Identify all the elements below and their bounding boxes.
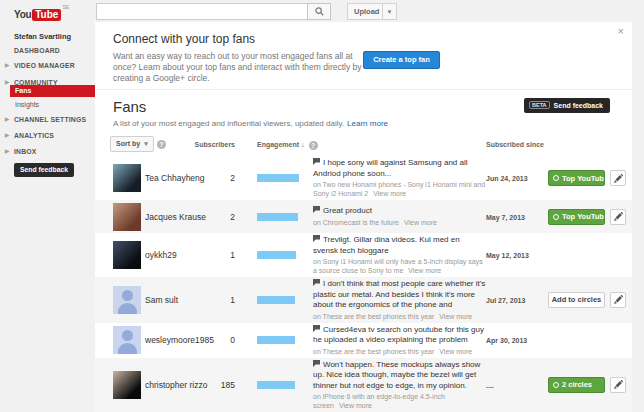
table-row: christopher rizzo 185 Won't happen. Thes… xyxy=(95,358,632,412)
beta-send-feedback-button[interactable]: BETA Send feedback xyxy=(524,98,610,113)
avatar[interactable] xyxy=(113,164,141,192)
subscribed-since-date: Jul 27, 2013 xyxy=(486,296,538,303)
circle-action-button[interactable]: 2 circles xyxy=(548,377,605,393)
chevron-down-icon xyxy=(140,140,148,147)
page: YouTubeSE Upload Stefan Svartling DASHBO… xyxy=(0,0,644,412)
search-icon xyxy=(315,7,324,16)
fan-comment: I don't think that most people care whet… xyxy=(313,279,486,321)
sidebar-item-fans-active[interactable]: Fans xyxy=(10,85,95,97)
create-top-fan-circle-button[interactable]: Create a top fan circle xyxy=(363,51,440,69)
column-subscribers: Subscribers xyxy=(190,141,235,148)
engagement-bar xyxy=(257,174,299,182)
subscriber-count: 1 xyxy=(213,250,235,260)
comment-text: Won't happen. These mockups always show … xyxy=(313,360,480,390)
comment-text: I don't think that most people care whet… xyxy=(313,279,485,309)
table-row: Jacques Krause 2 Great product on Chrome… xyxy=(95,200,632,233)
subscribed-since-date: May 7, 2013 xyxy=(486,213,538,220)
circle-icon xyxy=(553,214,559,220)
banner-body: Want an easy way to reach out to your mo… xyxy=(113,51,371,84)
sidebar-item-channel-settings[interactable]: CHANNEL SETTINGS xyxy=(14,116,86,123)
sort-by-button[interactable]: Sort by xyxy=(110,136,154,152)
pencil-icon xyxy=(614,295,623,304)
column-subscribed-since: Subscribed since xyxy=(486,141,544,148)
view-more-link[interactable]: View more xyxy=(408,267,441,274)
comment-video-link[interactable]: on Chromecast is the future xyxy=(313,219,399,226)
search-input[interactable] xyxy=(96,3,307,20)
sidebar-item-video-manager[interactable]: VIDEO MANAGER xyxy=(14,62,75,69)
comment-icon xyxy=(313,325,320,336)
avatar[interactable] xyxy=(113,241,141,269)
circle-action-button[interactable]: Top YouTube xyxy=(548,209,605,225)
comment-icon xyxy=(313,360,320,371)
comment-text: Cursed4eva tv search on youtube for this… xyxy=(313,325,484,345)
help-icon[interactable] xyxy=(309,141,318,150)
sort-descending-icon xyxy=(299,141,305,148)
circle-action-button[interactable]: Add to circles xyxy=(548,292,605,308)
view-more-link[interactable]: View more xyxy=(373,190,406,197)
top-bar: YouTubeSE Upload xyxy=(0,0,644,22)
comment-video-link[interactable]: on These are the best phones this year xyxy=(313,313,434,320)
avatar[interactable] xyxy=(113,203,141,231)
comment-video-link[interactable]: on These are the best phones this year xyxy=(313,348,434,355)
action-label: Top YouTube xyxy=(562,174,605,183)
edit-pencil-button[interactable] xyxy=(610,292,626,308)
avatar[interactable] xyxy=(113,326,141,354)
close-icon[interactable]: × xyxy=(618,26,624,37)
logo-tube-badge: Tube xyxy=(32,9,61,21)
edit-pencil-button[interactable] xyxy=(610,377,626,393)
subscriber-count: 2 xyxy=(213,173,235,183)
fans-header: Fans A list of your most engaged and inf… xyxy=(95,90,632,133)
expand-arrow-icon xyxy=(5,132,9,138)
upload-dropdown-button[interactable] xyxy=(382,3,397,20)
engagement-bar xyxy=(257,336,295,344)
subscribed-since-date: .... xyxy=(486,381,538,388)
table-row: wesleymoore1985 0 Cursed4eva tv search o… xyxy=(95,323,632,358)
comment-icon xyxy=(313,279,320,290)
comment-text: I hope sony will against Samsung and all… xyxy=(313,158,468,178)
column-engagement[interactable]: Engagement xyxy=(257,141,318,150)
engagement-bar xyxy=(257,381,295,389)
subscribed-since-date: May 12, 2013 xyxy=(486,252,538,259)
view-more-link[interactable]: View more xyxy=(339,402,372,409)
top-fans-banner: Connect with your top fans Want an easy … xyxy=(95,22,632,90)
action-label: 2 circles xyxy=(562,380,592,389)
circle-icon xyxy=(553,382,559,388)
edit-pencil-button[interactable] xyxy=(610,209,626,225)
expand-arrow-icon xyxy=(5,62,9,68)
circle-icon xyxy=(553,175,559,181)
help-icon[interactable] xyxy=(157,140,166,149)
table-row: Tea Chhayheng 2 I hope sony will against… xyxy=(95,156,632,200)
view-more-link[interactable]: View more xyxy=(404,219,437,226)
comment-video-link[interactable]: on Sony i1 Honami will only have a 5-inc… xyxy=(313,258,483,274)
expand-arrow-icon xyxy=(5,148,9,154)
sidebar-send-feedback-button[interactable]: Send feedback xyxy=(14,163,74,177)
learn-more-link[interactable]: Learn more xyxy=(347,119,388,128)
sidebar-item-analytics[interactable]: ANALYTICS xyxy=(14,132,54,139)
view-more-link[interactable]: View more xyxy=(439,313,472,320)
table-row: Sam sult 1 I don't think that most peopl… xyxy=(95,277,632,323)
pencil-icon xyxy=(614,174,623,183)
subscribed-since-date: Jun 24, 2013 xyxy=(486,175,538,182)
edit-pencil-button[interactable] xyxy=(610,170,626,186)
channel-name[interactable]: Stefan Svartling xyxy=(14,32,71,41)
comment-video-link[interactable]: on iPhone 6 with an edge-to-edge 4.5-inc… xyxy=(313,393,445,409)
sidebar-item-insights[interactable]: Insights xyxy=(15,101,39,108)
page-title: Fans xyxy=(113,98,146,115)
avatar[interactable] xyxy=(113,286,141,314)
pencil-icon xyxy=(614,212,623,221)
banner-title: Connect with your top fans xyxy=(113,32,255,46)
avatar[interactable] xyxy=(113,371,141,399)
circle-action-button[interactable]: Top YouTube xyxy=(548,170,605,186)
fans-list: Tea Chhayheng 2 I hope sony will against… xyxy=(95,156,632,412)
table-header: Sort by Subscribers Engagement Subscribe… xyxy=(95,133,632,156)
search-button[interactable] xyxy=(307,3,331,20)
sidebar-item-inbox[interactable]: INBOX xyxy=(14,148,37,155)
subscribed-since-date: Apr 30, 2013 xyxy=(486,337,538,344)
youtube-logo[interactable]: YouTubeSE xyxy=(14,4,69,22)
view-more-link[interactable]: View more xyxy=(439,348,472,355)
comment-icon xyxy=(313,206,320,217)
upload-button[interactable]: Upload xyxy=(347,3,386,20)
expand-arrow-icon xyxy=(5,116,9,122)
sidebar-item-dashboard[interactable]: DASHBOARD xyxy=(14,47,60,54)
table-row: oykkh29 1 Trevligt. Gillar dina videos. … xyxy=(95,233,632,277)
